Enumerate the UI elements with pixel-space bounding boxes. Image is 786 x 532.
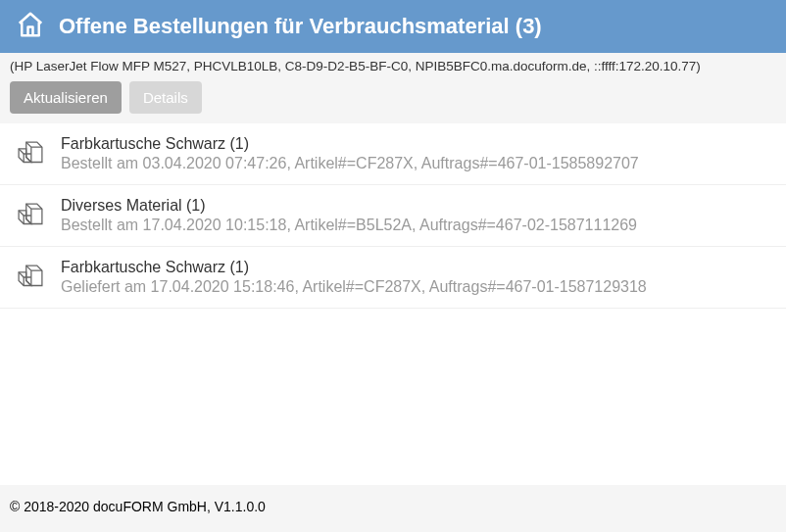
details-button[interactable]: Details	[129, 81, 202, 114]
package-icon	[14, 137, 47, 174]
order-detail: Bestellt am 03.04.2020 07:47:26, Artikel…	[61, 155, 639, 172]
order-row[interactable]: Diverses Material (1) Bestellt am 17.04.…	[0, 185, 786, 247]
device-info: (HP LaserJet Flow MFP M527, PHCVLB10LB, …	[0, 53, 786, 81]
order-title: Diverses Material (1)	[61, 197, 637, 215]
order-detail: Bestellt am 17.04.2020 10:15:18, Artikel…	[61, 217, 637, 234]
order-title: Farbkartusche Schwarz (1)	[61, 259, 647, 276]
header: Offene Bestellungen für Verbrauchsmateri…	[0, 0, 786, 53]
order-detail: Geliefert am 17.04.2020 15:18:46, Artike…	[61, 278, 647, 296]
package-icon	[14, 199, 47, 236]
toolbar: Aktualisieren Details	[0, 81, 786, 123]
order-row[interactable]: Farbkartusche Schwarz (1) Geliefert am 1…	[0, 247, 786, 309]
order-list: Farbkartusche Schwarz (1) Bestellt am 03…	[0, 123, 786, 485]
package-icon	[14, 261, 47, 298]
home-icon[interactable]	[16, 10, 45, 43]
footer: © 2018-2020 docuFORM GmbH, V1.1.0.0	[0, 485, 786, 532]
order-row[interactable]: Farbkartusche Schwarz (1) Bestellt am 03…	[0, 123, 786, 185]
refresh-button[interactable]: Aktualisieren	[10, 81, 122, 114]
page-title: Offene Bestellungen für Verbrauchsmateri…	[59, 14, 542, 39]
order-title: Farbkartusche Schwarz (1)	[61, 135, 639, 153]
